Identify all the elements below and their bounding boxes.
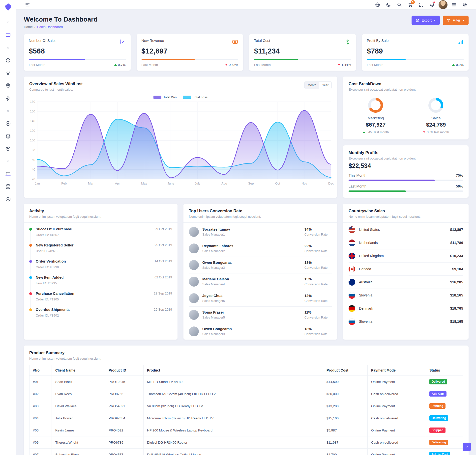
svg-text:160: 160 bbox=[30, 109, 35, 113]
total-win-swatch bbox=[153, 96, 161, 99]
activity-item: Order Verification Order ID: #6290 14 Oc… bbox=[29, 259, 172, 275]
sidebar-item-codepen[interactable] bbox=[5, 196, 11, 202]
sidebar-item-energy[interactable] bbox=[5, 95, 11, 101]
scroll-to-top-button[interactable] bbox=[463, 443, 471, 451]
caret-down-icon bbox=[463, 20, 465, 21]
sidebar bbox=[0, 0, 16, 455]
app-logo[interactable] bbox=[0, 0, 16, 14]
cart-icon[interactable]: 5 bbox=[406, 0, 415, 9]
sidebar-item-database[interactable] bbox=[5, 184, 11, 189]
kpi-value: $568 bbox=[29, 47, 126, 55]
country-row: Canada $9,104 bbox=[349, 263, 463, 276]
export-button[interactable]: Export bbox=[412, 16, 440, 25]
user-avatar bbox=[189, 227, 199, 237]
marketing-donut: Marketing $67,927 54% last month bbox=[363, 98, 389, 134]
top-users-list: Socrates Itumay Sales Manager1 34% Conve… bbox=[183, 223, 337, 340]
status-badge: Shipped bbox=[429, 428, 446, 433]
delta-down-icon bbox=[423, 132, 425, 133]
svg-text:Dec: Dec bbox=[328, 182, 334, 185]
svg-text:40: 40 bbox=[32, 168, 35, 171]
toggle-month-button[interactable]: Month bbox=[305, 82, 319, 89]
sidebar-item-layers[interactable] bbox=[5, 133, 11, 139]
countrywise-list: United States $12,897 Netherlands $11,78… bbox=[343, 223, 469, 328]
sidebar-item-devices[interactable] bbox=[5, 171, 11, 177]
top-user-row: Socrates Itumay Sales Manager1 34% Conve… bbox=[189, 224, 332, 240]
award-icon bbox=[5, 70, 11, 76]
sidebar-item-packages[interactable] bbox=[5, 146, 11, 152]
kpi-row: Number Of Sales $568 Last Month 0.7% New… bbox=[24, 34, 469, 71]
country-row: Denmark $19,765 bbox=[349, 302, 463, 315]
sidebar-item-dot-3[interactable] bbox=[5, 108, 11, 114]
status-badge: Delivering bbox=[429, 415, 448, 421]
svg-text:Apr: Apr bbox=[115, 182, 120, 185]
activity-card: Activity Nemo enim ipsam voluptatem fugi… bbox=[24, 204, 178, 340]
kpi-value: $11,234 bbox=[254, 47, 351, 55]
svg-text:Oct: Oct bbox=[275, 182, 280, 185]
status-badge: Delivered bbox=[429, 379, 447, 384]
product-summary-table: #No Client Name Product ID Product Produ… bbox=[29, 365, 463, 455]
display-icon bbox=[5, 32, 11, 38]
sidebar-item-dot-2[interactable] bbox=[5, 45, 11, 51]
table-row: #04 Julia Bower PRO97654 Micromax 81cm (… bbox=[30, 412, 463, 424]
top-user-row: Sonia Fraser Sales Manager5 11% Conversi… bbox=[189, 307, 332, 323]
svg-text:Mar: Mar bbox=[88, 182, 94, 185]
sidebar-item-dot-4[interactable] bbox=[5, 158, 11, 164]
svg-text:June: June bbox=[167, 182, 174, 185]
user-avatar[interactable] bbox=[438, 0, 448, 9]
cash-icon bbox=[232, 39, 238, 45]
user-avatar bbox=[189, 326, 199, 336]
activity-dot bbox=[29, 228, 32, 231]
table-row: #03 David Wallace PRO54321 Vu 80cm (32 i… bbox=[30, 400, 463, 412]
user-avatar bbox=[189, 243, 199, 253]
svg-text:Jan: Jan bbox=[35, 182, 40, 185]
country-flag-icon bbox=[349, 266, 355, 272]
svg-text:20: 20 bbox=[32, 177, 35, 181]
sidebar-item-locations[interactable] bbox=[5, 82, 11, 88]
sidebar-item-dashboard[interactable] bbox=[5, 32, 11, 38]
package-icon bbox=[5, 146, 11, 152]
country-flag-icon bbox=[349, 292, 355, 299]
svg-text:Feb: Feb bbox=[61, 182, 67, 185]
sales-donut: Sales $24,789 33% last month bbox=[423, 98, 449, 134]
chart-legend: Total Win Total Loss bbox=[24, 95, 337, 99]
monthly-profits-card: Monthly Profits Excepteur sint occaecat … bbox=[343, 145, 469, 198]
fullscreen-icon[interactable] bbox=[416, 0, 426, 9]
donut-chart bbox=[368, 98, 383, 113]
cart-badge: 5 bbox=[411, 0, 415, 4]
sidebar-item-products[interactable] bbox=[5, 57, 11, 63]
menu-toggle-icon[interactable] bbox=[23, 0, 32, 9]
total-loss-swatch bbox=[183, 96, 191, 99]
search-icon[interactable] bbox=[395, 0, 404, 9]
layers-logo-icon bbox=[4, 3, 12, 11]
user-avatar bbox=[189, 310, 199, 320]
svg-text:180: 180 bbox=[30, 100, 35, 104]
sidebar-item-awards[interactable] bbox=[5, 70, 11, 76]
delta-down-icon bbox=[338, 64, 340, 66]
svg-text:Sep: Sep bbox=[248, 182, 254, 185]
svg-text:Aug: Aug bbox=[221, 182, 227, 185]
user-avatar bbox=[189, 293, 199, 303]
breadcrumb-current: Sales Dashboard bbox=[37, 25, 63, 29]
top-user-row: Reynante Labares Sales Manager2 22% Conv… bbox=[189, 240, 332, 257]
signal-bars-icon bbox=[457, 39, 464, 45]
table-row: #05 Kevin James PRO4532 HP 200 Mouse & W… bbox=[30, 424, 463, 436]
settings-gear-icon[interactable] bbox=[460, 0, 470, 9]
compass-icon bbox=[5, 121, 11, 126]
sidebar-item-dot-1[interactable] bbox=[5, 19, 11, 25]
activity-item: New Item Added Item ID: #0235 02 Oct 201… bbox=[29, 275, 172, 292]
filter-button[interactable]: Filter bbox=[443, 16, 469, 25]
breadcrumb: Home / Sales Dashboard bbox=[24, 25, 98, 29]
language-globe-icon[interactable] bbox=[373, 0, 382, 9]
sidebar-item-explore[interactable] bbox=[5, 120, 11, 126]
dark-mode-icon[interactable] bbox=[384, 0, 393, 9]
right-sidebar-icon[interactable] bbox=[449, 0, 459, 9]
country-row: Slovenia $18,165 bbox=[349, 289, 463, 302]
notifications-bell-icon[interactable] bbox=[427, 0, 437, 9]
country-flag-icon bbox=[349, 279, 355, 286]
zap-icon bbox=[5, 95, 11, 101]
arrow-up-icon bbox=[465, 445, 469, 449]
table-row: #01 Sean Black PRO12345 Mi LED Smart TV … bbox=[30, 376, 463, 388]
toggle-year-button[interactable]: Year bbox=[319, 82, 331, 89]
page-title: Welcome To Dashboard bbox=[24, 16, 98, 23]
breadcrumb-home[interactable]: Home bbox=[24, 25, 33, 29]
